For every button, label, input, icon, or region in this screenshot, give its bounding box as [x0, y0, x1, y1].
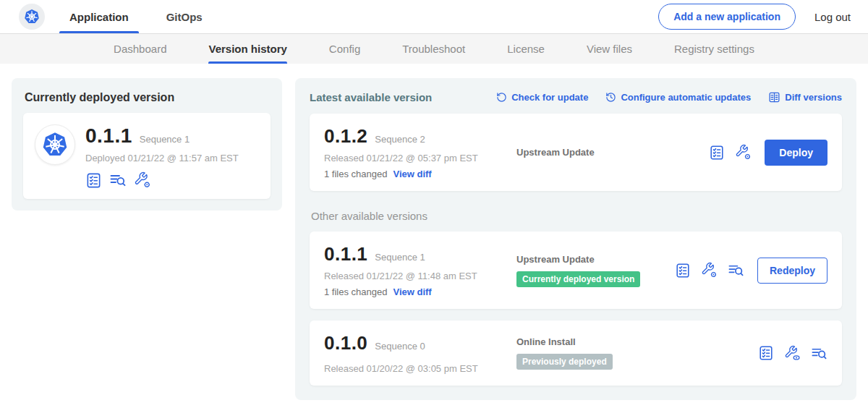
- preflight-checks-icon[interactable]: [675, 263, 691, 279]
- view-diff-link[interactable]: View diff: [393, 286, 431, 297]
- version-source-label: Online Install: [516, 336, 758, 347]
- files-changed-label: 1 files changed: [324, 286, 387, 297]
- preflight-checks-icon[interactable]: [85, 172, 102, 189]
- preflight-checks-icon[interactable]: [709, 145, 725, 161]
- kubernetes-logo-icon: [19, 4, 45, 30]
- sequence-label: Sequence 1: [375, 252, 425, 263]
- version-row-0-1-2: 0.1.2 Sequence 2 Released 01/21/22 @ 05:…: [310, 114, 842, 191]
- config-view-icon[interactable]: [784, 345, 801, 362]
- configure-automatic-updates-link[interactable]: Configure automatic updates: [605, 91, 751, 103]
- schedule-update-icon: [605, 92, 616, 103]
- version-number: 0.1.2: [324, 125, 367, 148]
- main-content: Currently deployed version 0.1.1 Sequenc…: [0, 64, 868, 408]
- subnav-tab-registry-settings[interactable]: Registry settings: [674, 34, 754, 64]
- deployed-version-info: 0.1.1 Sequence 1 Deployed 01/21/22 @ 11:…: [85, 124, 239, 189]
- currently-deployed-title: Currently deployed version: [23, 88, 271, 104]
- tab-application-label: Application: [69, 11, 129, 23]
- app-kubernetes-logo-icon: [35, 124, 75, 165]
- diff-versions-link[interactable]: Diff versions: [768, 91, 842, 103]
- deploy-logs-icon[interactable]: [109, 171, 127, 189]
- check-for-update-link[interactable]: Check for update: [496, 91, 588, 103]
- deploy-logs-icon[interactable]: [811, 345, 827, 362]
- configure-automatic-updates-label: Configure automatic updates: [621, 92, 751, 103]
- latest-available-title: Latest available version: [310, 91, 432, 103]
- config-values-icon[interactable]: [701, 262, 718, 279]
- version-history-panel: Latest available version Check for updat…: [295, 78, 856, 400]
- sequence-label: Sequence 2: [375, 134, 425, 145]
- preflight-checks-icon[interactable]: [758, 345, 774, 361]
- app-header: Application GitOps Add a new application…: [0, 0, 868, 34]
- released-timestamp: Released 01/21/22 @ 05:37 pm EST: [324, 153, 503, 163]
- logout-button[interactable]: Log out: [814, 11, 851, 23]
- config-values-icon[interactable]: [735, 144, 752, 161]
- app-subnav: Dashboard Version history Config Trouble…: [0, 34, 868, 64]
- add-application-button[interactable]: Add a new application: [658, 4, 796, 30]
- tab-application[interactable]: Application: [65, 0, 133, 33]
- deployed-timestamp: Deployed 01/21/22 @ 11:57 am EST: [85, 153, 239, 163]
- subnav-tab-view-files[interactable]: View files: [587, 34, 632, 64]
- deploy-button[interactable]: Deploy: [765, 140, 827, 166]
- subnav-tab-dashboard[interactable]: Dashboard: [114, 34, 166, 64]
- files-changed-label: 1 files changed: [324, 169, 387, 179]
- redeploy-button[interactable]: Redeploy: [757, 258, 827, 284]
- sequence-label: Sequence 0: [375, 341, 425, 352]
- check-for-update-label: Check for update: [511, 92, 588, 103]
- version-row-0-1-0: 0.1.0 Sequence 0 Released 01/20/22 @ 03:…: [310, 320, 842, 386]
- subnav-tab-troubleshoot[interactable]: Troubleshoot: [402, 34, 465, 64]
- version-source-label: Upstream Update: [516, 254, 675, 265]
- subnav-tab-config[interactable]: Config: [329, 34, 360, 64]
- diff-versions-label: Diff versions: [785, 92, 842, 103]
- released-timestamp: Released 01/20/22 @ 03:05 pm EST: [324, 363, 503, 374]
- currently-deployed-card: Currently deployed version 0.1.1 Sequenc…: [12, 78, 282, 211]
- released-timestamp: Released 01/21/22 @ 11:48 am EST: [324, 271, 503, 281]
- tab-gitops[interactable]: GitOps: [162, 0, 207, 33]
- version-row-0-1-1: 0.1.1 Sequence 1 Released 01/21/22 @ 11:…: [310, 231, 842, 309]
- deployed-version-number: 0.1.1: [85, 124, 132, 148]
- deploy-logs-icon[interactable]: [728, 262, 744, 279]
- app-tab-bar: Application GitOps: [65, 0, 236, 33]
- deployed-sequence-label: Sequence 1: [140, 134, 190, 145]
- currently-deployed-badge: Currently deployed version: [516, 271, 640, 287]
- deployed-version-tile: 0.1.1 Sequence 1 Deployed 01/21/22 @ 11:…: [23, 113, 271, 199]
- refresh-icon: [496, 92, 507, 103]
- version-source-label: Upstream Update: [516, 147, 709, 158]
- other-versions-title: Other available versions: [311, 210, 841, 222]
- view-diff-link[interactable]: View diff: [393, 169, 431, 179]
- tab-gitops-label: GitOps: [166, 11, 203, 23]
- version-number: 0.1.0: [324, 332, 367, 354]
- subnav-tab-license[interactable]: License: [507, 34, 545, 64]
- subnav-tab-version-history[interactable]: Version history: [208, 34, 286, 64]
- diff-versions-icon: [768, 91, 780, 103]
- version-number: 0.1.1: [324, 243, 367, 265]
- config-values-icon[interactable]: [134, 171, 151, 189]
- previously-deployed-badge: Previously deployed: [516, 354, 613, 370]
